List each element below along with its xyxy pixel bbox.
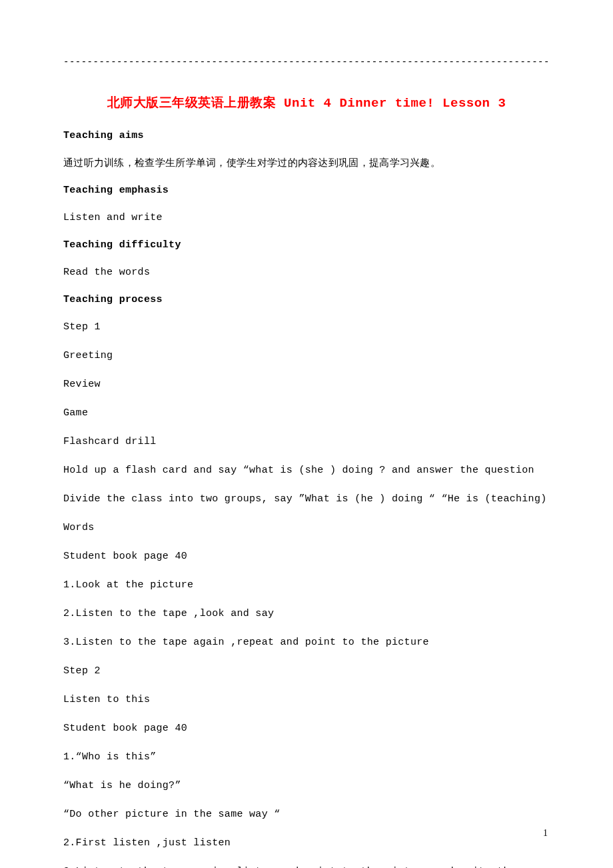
process-line: Student book page 40: [63, 721, 550, 735]
process-line: 3.Listen to the tape again ,listen and p…: [63, 865, 550, 868]
page-number: 1: [543, 828, 548, 839]
teaching-difficulty-heading: Teaching difficulty: [63, 239, 550, 251]
process-line: Words: [63, 521, 550, 535]
teaching-difficulty-text: Read the words: [63, 265, 550, 279]
process-line: “What is he doing?”: [63, 779, 550, 793]
process-line: Game: [63, 406, 550, 420]
process-line: Flashcard drill: [63, 435, 550, 449]
teaching-aims-text: 通过听力训练，检查学生所学单词，使学生对学过的内容达到巩固，提高学习兴趣。: [63, 156, 550, 170]
teaching-process-heading: Teaching process: [63, 294, 550, 305]
document-page: ----------------------------------------…: [0, 0, 613, 868]
teaching-emphasis-text: Listen and write: [63, 211, 550, 225]
process-line: 3.Listen to the tape again ,repeat and p…: [63, 635, 550, 649]
process-line: Hold up a flash card and say “what is (s…: [63, 463, 550, 477]
process-line: Greeting: [63, 349, 550, 363]
process-line: 1.Look at the picture: [63, 578, 550, 592]
process-line: Divide the class into two groups, say ”W…: [63, 492, 550, 506]
process-line: Listen to this: [63, 693, 550, 707]
teaching-emphasis-heading: Teaching emphasis: [63, 185, 550, 196]
rule-dashes: ----------------------------------------…: [63, 57, 550, 67]
process-line: “Do other picture in the same way “: [63, 807, 550, 821]
process-line: Step 2: [63, 664, 550, 678]
process-line: Review: [63, 377, 550, 391]
process-line: Step 1: [63, 320, 550, 334]
teaching-aims-heading: Teaching aims: [63, 130, 550, 141]
process-line: 1.“Who is this”: [63, 750, 550, 764]
process-line: 2.First listen ,just listen: [63, 836, 550, 850]
document-title: 北师大版三年级英语上册教案 Unit 4 Dinner time! Lesson…: [63, 94, 550, 111]
process-line: Student book page 40: [63, 549, 550, 563]
horizontal-rule: ----------------------------------------…: [63, 57, 550, 67]
process-line: 2.Listen to the tape ,look and say: [63, 607, 550, 621]
